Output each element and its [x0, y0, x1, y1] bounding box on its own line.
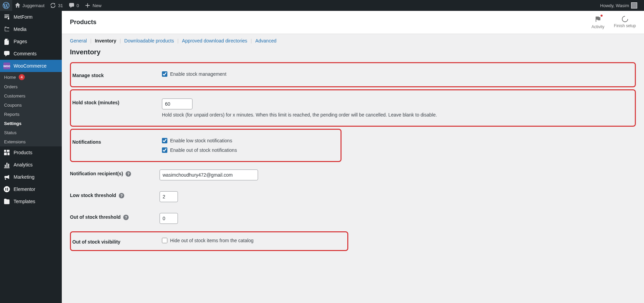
home-icon — [15, 3, 20, 8]
subtab-separator: | — [90, 38, 92, 43]
sidebar-item-metform[interactable]: MetForm — [0, 11, 62, 23]
refresh-icon — [50, 2, 56, 8]
account-link[interactable]: Howdy, Wasim — [597, 2, 640, 8]
elementor-icon — [3, 186, 10, 193]
main-content: Products Activity Finish setup General |… — [62, 11, 644, 267]
visibility-checkbox[interactable] — [162, 238, 167, 243]
wp-logo-button[interactable] — [0, 0, 12, 11]
submenu-item-home[interactable]: Home 4 — [0, 72, 62, 82]
templates-icon — [3, 198, 10, 205]
subtab-advanced[interactable]: Advanced — [255, 38, 276, 43]
label-low-threshold: Low stock threshold — [70, 193, 116, 198]
manage-stock-checkbox[interactable] — [162, 71, 167, 77]
admin-bar: Juggernaut 31 0 New Howdy, Wasim — [0, 0, 644, 11]
highlight-visibility: Out of stock visibility Hide out of stoc… — [70, 231, 348, 251]
sidebar-label: Elementor — [14, 186, 35, 192]
submenu-item-orders[interactable]: Orders — [0, 82, 62, 91]
sidebar-label: Analytics — [14, 162, 33, 167]
comments-link[interactable]: 0 — [66, 0, 82, 11]
sidebar-label: Pages — [14, 39, 27, 44]
woo-icon: woo — [3, 63, 10, 69]
page-title: Products — [70, 19, 96, 26]
page-header: Products Activity Finish setup — [62, 11, 644, 34]
low-stock-notify-label: Enable low stock notifications — [170, 138, 232, 143]
site-name: Juggernaut — [22, 3, 44, 8]
submenu-item-customers[interactable]: Customers — [0, 91, 62, 101]
comment-icon — [3, 50, 10, 57]
sidebar-item-media[interactable]: Media — [0, 23, 62, 35]
row-notifications: Notifications Enable low stock notificat… — [72, 132, 339, 158]
label-manage-stock: Manage stock — [72, 73, 104, 78]
subtab-general[interactable]: General — [70, 38, 87, 43]
plus-icon — [85, 2, 91, 8]
sidebar-label: Products — [14, 150, 32, 155]
submenu-label: Status — [4, 130, 17, 135]
submenu-label: Home — [4, 75, 16, 80]
wordpress-icon — [3, 2, 10, 9]
out-stock-notify-label: Enable out of stock notifications — [170, 147, 237, 153]
sidebar-item-comments[interactable]: Comments — [0, 48, 62, 60]
recipient-input[interactable] — [160, 170, 258, 180]
howdy-text: Howdy, Wasim — [600, 3, 629, 8]
products-icon — [3, 149, 10, 156]
subtab-separator: | — [119, 38, 121, 43]
low-stock-notify-checkbox[interactable] — [162, 138, 167, 143]
row-low-threshold: Low stock threshold ? — [70, 186, 636, 208]
row-recipient: Notification recipient(s) ? — [70, 164, 636, 186]
hold-stock-help: Hold stock (for unpaid orders) for x min… — [162, 112, 633, 118]
label-visibility: Out of stock visibility — [72, 239, 121, 245]
help-icon[interactable]: ? — [126, 171, 131, 177]
sidebar-item-woocommerce[interactable]: woo WooCommerce — [0, 60, 62, 72]
subtab-approved-dirs[interactable]: Approved download directories — [182, 38, 247, 43]
manage-stock-checkbox-label: Enable stock management — [170, 71, 226, 77]
sidebar-label: Templates — [14, 199, 35, 204]
activity-button[interactable]: Activity — [591, 15, 604, 29]
highlight-manage-stock: Manage stock Enable stock management — [70, 62, 636, 87]
low-threshold-input[interactable] — [160, 191, 178, 202]
sidebar-label: MetForm — [14, 14, 33, 20]
sidebar-item-products[interactable]: Products — [0, 146, 62, 159]
comments-count: 0 — [77, 3, 79, 8]
sidebar-item-templates[interactable]: Templates — [0, 195, 62, 208]
sidebar-item-pages[interactable]: Pages — [0, 35, 62, 48]
sidebar-item-marketing[interactable]: Marketing — [0, 171, 62, 183]
submenu-item-status[interactable]: Status — [0, 128, 62, 137]
analytics-icon — [3, 161, 10, 168]
site-link[interactable]: Juggernaut — [12, 0, 47, 11]
subtab-separator: | — [177, 38, 179, 43]
flag-icon — [594, 15, 602, 23]
label-recipient: Notification recipient(s) — [70, 171, 123, 176]
finish-setup-button[interactable]: Finish setup — [614, 15, 636, 29]
finish-setup-label: Finish setup — [614, 23, 636, 28]
new-label: New — [93, 3, 102, 8]
submenu-label: Extensions — [4, 139, 26, 144]
subtab-downloadable[interactable]: Downloadable products — [124, 38, 174, 43]
sidebar-item-analytics[interactable]: Analytics — [0, 159, 62, 171]
sidebar-label: Comments — [14, 51, 37, 56]
pages-icon — [3, 38, 10, 45]
label-hold-stock: Hold stock (minutes) — [72, 100, 119, 105]
form-icon — [3, 14, 10, 20]
out-threshold-input[interactable] — [160, 213, 178, 224]
section-title: Inventory — [70, 48, 636, 56]
hold-stock-input[interactable] — [162, 99, 192, 109]
visibility-checkbox-label: Hide out of stock items from the catalog — [170, 238, 254, 243]
sidebar-item-elementor[interactable]: Elementor — [0, 183, 62, 195]
updates-link[interactable]: 31 — [47, 0, 66, 11]
submenu-item-extensions[interactable]: Extensions — [0, 137, 62, 146]
comment-icon — [69, 2, 75, 8]
help-icon[interactable]: ? — [119, 193, 124, 198]
out-stock-notify-checkbox[interactable] — [162, 147, 167, 153]
activity-label: Activity — [591, 24, 604, 29]
help-icon[interactable]: ? — [123, 215, 129, 220]
subtab-inventory[interactable]: Inventory — [95, 38, 116, 43]
submenu-item-reports[interactable]: Reports — [0, 110, 62, 119]
admin-sidebar: MetForm Media Pages Comments woo WooComm… — [0, 11, 62, 267]
media-icon — [3, 26, 10, 33]
submenu-item-settings[interactable]: Settings — [0, 119, 62, 128]
submenu-item-coupons[interactable]: Coupons — [0, 101, 62, 110]
submenu-label: Reports — [4, 112, 20, 117]
highlight-hold-stock: Hold stock (minutes) Hold stock (for unp… — [70, 89, 636, 127]
sidebar-label: WooCommerce — [14, 63, 47, 69]
new-link[interactable]: New — [82, 0, 104, 11]
